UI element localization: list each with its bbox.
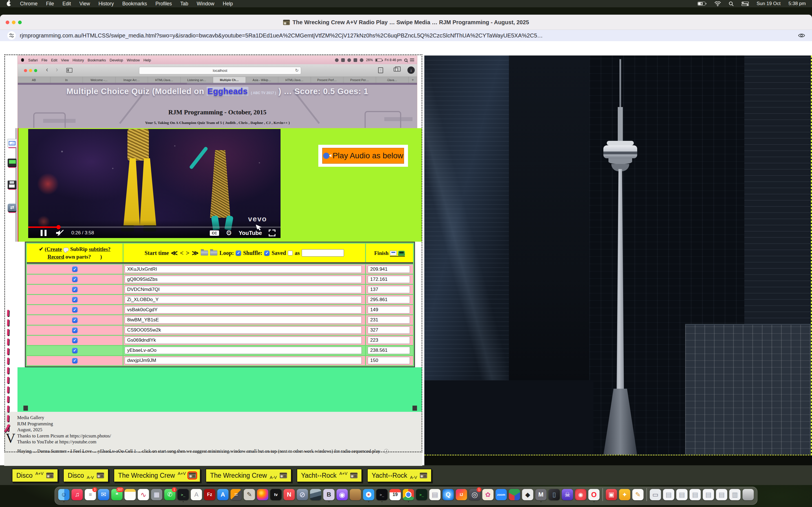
finish-time-input[interactable]: 238.561 — [368, 347, 410, 354]
row-checkbox[interactable]: ✓ — [72, 328, 78, 333]
dock-icon-speedometer[interactable]: ◉ — [575, 489, 587, 503]
fullscreen-button[interactable] — [269, 230, 275, 236]
row-checkbox[interactable]: ✓ — [72, 358, 78, 363]
dock-icon-chrome[interactable]: ● — [403, 489, 414, 503]
dock-icon-photo-browser[interactable] — [310, 489, 321, 503]
dock-icon-quicktime[interactable]: Q — [443, 489, 454, 503]
menubar-time[interactable]: 5:38 pm — [789, 1, 806, 6]
finish-time-input[interactable]: 223 — [368, 337, 410, 344]
train-finish-icon[interactable] — [398, 251, 405, 256]
menubar-item[interactable]: History — [98, 1, 114, 7]
pause-button[interactable] — [41, 230, 47, 236]
dock-icon-art-palette[interactable]: ✿ — [483, 489, 494, 503]
dock-minimized-doc[interactable]: ▤ — [716, 489, 727, 503]
youtube-video-player[interactable]: vevo 0:26 / 3:58 CC ⚙ YouTube — [28, 129, 281, 238]
save-as-input[interactable] — [302, 249, 344, 257]
dock-icon-intellij[interactable]: IJ — [456, 489, 467, 503]
dock-icon-opera[interactable]: O ● — [589, 489, 600, 503]
row-checkbox[interactable]: ✓ — [72, 318, 78, 323]
create-link[interactable]: (Create — [45, 246, 62, 252]
finish-time-input[interactable]: 231 — [368, 316, 410, 324]
email-icon[interactable] — [8, 139, 17, 147]
dock-icon-bbedit[interactable]: B ● — [323, 489, 335, 503]
button-yacht-rock-a-plus-v[interactable]: Yacht++ Rock A+V — [297, 469, 362, 482]
saved-checkbox[interactable] — [288, 251, 293, 256]
seek-back-button[interactable]: < — [180, 249, 184, 257]
finish-time-input[interactable]: 150 — [368, 357, 410, 364]
address-bar[interactable]: rjmprogramming.com.au/HTMLCSS/swipe_medi… — [20, 33, 543, 39]
dock-minimized-doc[interactable]: ▤ — [676, 489, 688, 503]
dock-icon-document[interactable]: ▤ — [429, 489, 441, 503]
dock-icon-lamp[interactable]: ✦ — [619, 489, 630, 503]
button-wrecking-crew-a-plus-v[interactable]: The Wrecking Crew A+V — [114, 469, 200, 482]
apple-logo[interactable] — [7, 1, 11, 6]
dock-icon-reminders[interactable]: ≡ 3 — [85, 489, 96, 503]
dock-icon-mamp[interactable]: M ● — [536, 489, 547, 503]
youtube-id-input[interactable]: 8iwBM_YB1sE — [124, 316, 362, 324]
pager-icon[interactable] — [8, 159, 17, 167]
dock-minimized-doc[interactable]: ▥ — [729, 489, 741, 503]
dock-icon-calendar[interactable]: 19 — [390, 489, 401, 503]
dock-icon-firefox[interactable] — [257, 489, 268, 503]
save-floppy-icon[interactable] — [8, 180, 17, 189]
dock-icon-inkscape[interactable]: ◆ — [522, 489, 534, 503]
youtube-id-input[interactable]: CS9OO0S5w2k — [124, 327, 362, 334]
finish-time-input[interactable]: 209.941 — [368, 266, 410, 273]
dock-icon-grapher[interactable]: ∿ — [138, 489, 149, 503]
youtube-id-input[interactable]: yEbaeLv-aOo — [124, 347, 362, 354]
loop-checkbox[interactable]: ✓ — [236, 250, 241, 256]
seek-forward-fast-button[interactable]: ≫ — [192, 249, 199, 257]
youtube-id-input[interactable]: XKuJUxGntRI — [124, 266, 362, 273]
dock-icon-gimp[interactable]: ✎ — [244, 489, 255, 503]
dock-icon-blocked[interactable]: ⊘ — [297, 489, 308, 503]
dock-icon-facetime[interactable]: ✆ 1 — [164, 489, 175, 503]
shuffle-checkbox[interactable]: ✓ — [264, 250, 269, 256]
youtube-id-input[interactable]: Zi_XLOBDo_Y — [124, 296, 362, 303]
control-center-icon[interactable] — [742, 2, 749, 6]
battery-icon[interactable] — [698, 2, 707, 6]
youtube-id-input[interactable]: Gs069dndlYk — [124, 337, 362, 344]
dock-icon-contacts[interactable] — [350, 489, 361, 503]
dock-icon-finder[interactable]: ☺ ● — [58, 489, 70, 503]
dock-icon-photos-red[interactable]: ▣ — [606, 489, 617, 503]
dock-icon-terminal[interactable]: >_ ● — [177, 489, 189, 503]
dock-icon-iphone-mirroring[interactable]: ▯ — [549, 489, 560, 503]
menubar-item[interactable]: Chrome — [20, 1, 38, 7]
youtube-id-input[interactable]: gQ8O9SidZbs — [124, 276, 362, 283]
menubar-item[interactable]: Edit — [62, 1, 71, 7]
dock-icon-filezilla[interactable]: Fz — [204, 489, 215, 503]
finish-time-input[interactable]: 295.861 — [368, 296, 410, 303]
dock-divider[interactable] — [602, 488, 604, 503]
dock-icon-safari[interactable]: ✴ ● — [363, 489, 374, 503]
menubar-item[interactable]: File — [46, 1, 54, 7]
seek-back-fast-button[interactable]: ≪ — [171, 249, 178, 257]
dock-minimized-doc[interactable]: ▤ — [663, 489, 674, 503]
menubar-date[interactable]: Sun 19 Oct — [757, 1, 781, 6]
site-settings-icon[interactable] — [7, 31, 16, 40]
dock-icon-triangle-app[interactable] — [509, 489, 520, 503]
dock-minimized-doc[interactable]: ▤ — [703, 489, 714, 503]
subtitles-link[interactable]: subtitles? — [89, 246, 110, 252]
record-link[interactable]: Record — [47, 254, 64, 260]
folder-icon[interactable] — [201, 250, 208, 256]
button-disco-a-minus-v[interactable]: Disco A-V — [63, 469, 109, 482]
youtube-id-input[interactable]: dwxjpIJm9JM — [124, 357, 362, 364]
finish-time-input[interactable]: 137 — [368, 286, 410, 293]
seek-forward-button[interactable]: > — [186, 249, 190, 257]
play-audio-button[interactable]: Play Audio as below — [322, 148, 404, 164]
dock-icon-skull-app[interactable]: ☠ — [562, 489, 573, 503]
row-checkbox[interactable]: ✓ — [72, 338, 78, 343]
button-disco-a-plus-v[interactable]: Disco A+V — [12, 469, 58, 482]
search-icon[interactable] — [729, 1, 733, 6]
row-checkbox[interactable]: ✓ — [72, 348, 78, 353]
button-wrecking-crew-a-minus-v[interactable]: The Wrecking Crew A-V — [206, 469, 292, 482]
finish-time-input[interactable]: 172.161 — [368, 276, 410, 283]
dock-icon-notes[interactable] — [124, 489, 136, 503]
dock-icon-iterm[interactable]: >_ ● — [376, 489, 388, 503]
dock-icon-launchpad[interactable]: ▦ — [151, 489, 162, 503]
menubar-item[interactable]: View — [80, 1, 90, 7]
email-finish-icon[interactable] — [390, 251, 397, 256]
wifi-icon[interactable] — [714, 1, 721, 6]
eye-icon[interactable] — [798, 32, 805, 40]
closed-captions-button[interactable]: CC — [210, 230, 219, 236]
